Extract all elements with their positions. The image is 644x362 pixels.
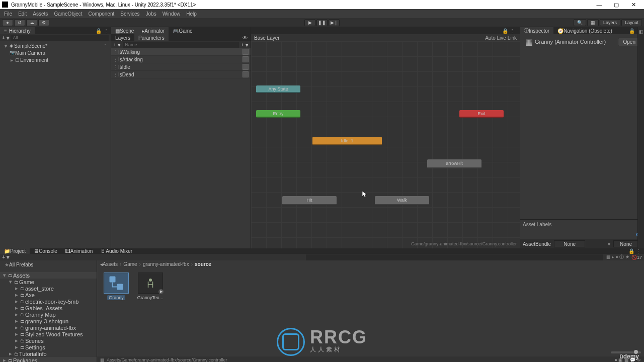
foldout-icon[interactable]: ▸ bbox=[14, 311, 19, 318]
param-checkbox[interactable] bbox=[243, 56, 249, 62]
param-checkbox[interactable] bbox=[243, 64, 249, 70]
tab-inspector[interactable]: ⓘ Inspector bbox=[520, 27, 553, 34]
node-state-arrowhit[interactable]: arrowHit bbox=[427, 159, 481, 168]
project-tree-item[interactable]: ▸🗀Granny Map bbox=[0, 311, 97, 318]
scene-menu-icon[interactable]: ⋮ bbox=[103, 43, 108, 49]
cloud-icon[interactable]: ☁ bbox=[26, 19, 37, 26]
node-any-state[interactable]: Any State bbox=[256, 85, 300, 93]
breadcrumb-item[interactable]: Assets bbox=[103, 261, 118, 267]
auto-live-link[interactable]: Auto Live Link bbox=[485, 35, 517, 41]
hierarchy-lock-icon[interactable]: 🔒 bbox=[96, 28, 102, 34]
assetbundle-variant-dropdown[interactable]: None bbox=[613, 240, 638, 247]
param-row[interactable]: ⋮⋮IsWalking bbox=[111, 48, 251, 56]
inspector-lock-icon[interactable]: 🔒 bbox=[629, 28, 635, 34]
hierarchy-item[interactable]: ▸ ▢ Environment bbox=[0, 56, 111, 63]
project-search-input[interactable] bbox=[306, 254, 603, 260]
animator-parameters-tab[interactable]: Parameters bbox=[134, 34, 169, 41]
project-tree-item[interactable]: ▸🗀Gabies_Assets bbox=[0, 305, 97, 311]
project-tree-item[interactable]: ▸🗀TutorialInfo bbox=[0, 350, 97, 357]
tab-project[interactable]: 📁 Project bbox=[0, 248, 30, 254]
menu-component[interactable]: Component bbox=[86, 9, 118, 18]
foldout-icon[interactable]: ▾ bbox=[2, 272, 7, 279]
foldout-icon[interactable]: ▸ bbox=[14, 344, 19, 350]
menu-file[interactable]: File bbox=[1, 9, 15, 18]
node-state-walk[interactable]: Walk bbox=[375, 196, 429, 205]
breadcrumb[interactable]: ◂ Assets› Game› granny-animated-fbx› sou… bbox=[97, 260, 644, 267]
grid-icon[interactable]: ▦ bbox=[587, 19, 599, 26]
assetbundle-dropdown[interactable]: None bbox=[554, 240, 585, 247]
project-tree-item[interactable]: ▸🗀Stylized Wood Textures bbox=[0, 331, 97, 337]
menu-services[interactable]: Services bbox=[117, 9, 142, 18]
tab-scene[interactable]: ▦ Scene bbox=[111, 27, 138, 34]
window-min-button[interactable]: — bbox=[591, 0, 608, 9]
tab-animator[interactable]: ▸ Animator bbox=[138, 27, 169, 34]
project-add-button[interactable]: + ▾ bbox=[2, 254, 10, 260]
right-sidebar[interactable]: ◧ bbox=[637, 27, 644, 248]
node-exit[interactable]: Exit bbox=[459, 110, 504, 118]
param-row[interactable]: ⋮⋮IsAttacking bbox=[111, 56, 251, 63]
foldout-icon[interactable]: ▸ bbox=[14, 318, 19, 324]
project-tree-item[interactable]: ▸🗀granny-animated-fbx bbox=[0, 324, 97, 331]
node-state-hit[interactable]: Hit bbox=[282, 196, 337, 205]
menu-help[interactable]: Help bbox=[183, 9, 200, 18]
foldout-icon[interactable]: ▸ bbox=[14, 305, 19, 311]
param-checkbox[interactable] bbox=[243, 49, 249, 55]
window-close-button[interactable]: ✕ bbox=[625, 0, 642, 9]
foldout-icon[interactable]: ▸ bbox=[14, 292, 19, 298]
foldout-icon[interactable]: ▸ bbox=[14, 298, 19, 305]
menu-assets[interactable]: Assets bbox=[30, 9, 51, 18]
animator-lock-icon[interactable]: 🔒 ⋮ bbox=[502, 28, 515, 34]
project-tree-item[interactable]: ▸🗀electric-door-key-5mb bbox=[0, 298, 97, 305]
hierarchy-tab[interactable]: ≡Hierarchy bbox=[0, 27, 35, 34]
play-button[interactable]: ▶ bbox=[304, 19, 315, 26]
hierarchy-menu-icon[interactable]: ⋮ bbox=[104, 28, 109, 34]
hierarchy-add-button[interactable]: + ▾ bbox=[2, 35, 10, 41]
param-checkbox[interactable] bbox=[243, 71, 249, 77]
param-row[interactable]: ⋮⋮IsIdle bbox=[111, 63, 251, 71]
tab-navigation[interactable]: 🧭 Navigation (Obsolete) bbox=[553, 27, 616, 34]
foldout-icon[interactable]: ▸ bbox=[2, 357, 7, 362]
project-tree-item[interactable]: ▾🗀Assets bbox=[0, 272, 97, 279]
settings-icon[interactable]: ⚙ bbox=[38, 19, 49, 26]
account-icon[interactable]: ● bbox=[2, 19, 13, 26]
project-tree-item[interactable]: ▸🗀Axe bbox=[0, 292, 97, 298]
foldout-icon[interactable]: ▸ bbox=[14, 324, 19, 331]
asset-tile[interactable]: ▶GrannyTex… bbox=[136, 273, 165, 300]
project-tree-item[interactable]: ▸🗀granny-3-shotgun bbox=[0, 318, 97, 324]
project-tree-item[interactable]: ▸🗀Scenes bbox=[0, 337, 97, 344]
param-search-input[interactable] bbox=[123, 42, 238, 48]
scene-row[interactable]: ▾ ◈ SampleScene* ⋮ bbox=[0, 42, 111, 49]
breadcrumb-item[interactable]: Game bbox=[123, 261, 137, 267]
side-icon[interactable]: ◧ bbox=[639, 29, 643, 34]
param-row[interactable]: ⋮⋮IsDead bbox=[111, 71, 251, 78]
foldout-icon[interactable]: ▾ bbox=[3, 43, 8, 49]
menu-jobs[interactable]: Jobs bbox=[143, 9, 159, 18]
project-tree-item[interactable]: ▸🗀Settings bbox=[0, 344, 97, 350]
tab-audio-mixer[interactable]: 🎚 Audio Mixer bbox=[97, 248, 136, 254]
pause-button[interactable]: ❚❚ bbox=[316, 19, 328, 26]
search-global-icon[interactable]: 🔍 bbox=[574, 19, 586, 26]
favorites-item[interactable]: ★All Prefabs bbox=[2, 261, 95, 268]
foldout-icon[interactable]: ▸ bbox=[14, 337, 19, 344]
foldout-icon[interactable]: ▸ bbox=[14, 331, 19, 337]
menu-window[interactable]: Window bbox=[159, 9, 184, 18]
project-tree-item[interactable]: ▸🗀asset_store bbox=[0, 285, 97, 292]
foldout-icon[interactable]: ▸ bbox=[14, 285, 19, 292]
animator-graph[interactable]: Any State Entry Exit Idle_1 Hit Walk arr… bbox=[251, 41, 520, 248]
node-default-state[interactable]: Idle_1 bbox=[312, 137, 382, 145]
layout-dropdown[interactable]: Layout bbox=[621, 19, 642, 26]
step-button[interactable]: ▶❘ bbox=[329, 19, 340, 26]
tab-game[interactable]: 🎮 Game bbox=[169, 27, 196, 34]
layers-dropdown[interactable]: Layers bbox=[600, 19, 620, 26]
tab-animation[interactable]: 🎞 Animation bbox=[61, 248, 97, 254]
foldout-icon[interactable]: ▸ bbox=[8, 350, 13, 357]
asset-tile[interactable]: Granny bbox=[102, 273, 130, 300]
base-layer-label[interactable]: Base Layer bbox=[254, 35, 280, 41]
undo-icon[interactable]: ↺ bbox=[14, 19, 25, 26]
breadcrumb-item[interactable]: granny-animated-fbx bbox=[143, 261, 189, 267]
menu-gameobject[interactable]: GameObject bbox=[51, 9, 85, 18]
hierarchy-search-input[interactable] bbox=[11, 35, 109, 41]
foldout-icon[interactable]: ▾ bbox=[8, 279, 13, 285]
add-param-button[interactable]: + ▾ bbox=[113, 42, 121, 48]
project-tree-item[interactable]: ▸🗀Packages bbox=[0, 357, 97, 362]
